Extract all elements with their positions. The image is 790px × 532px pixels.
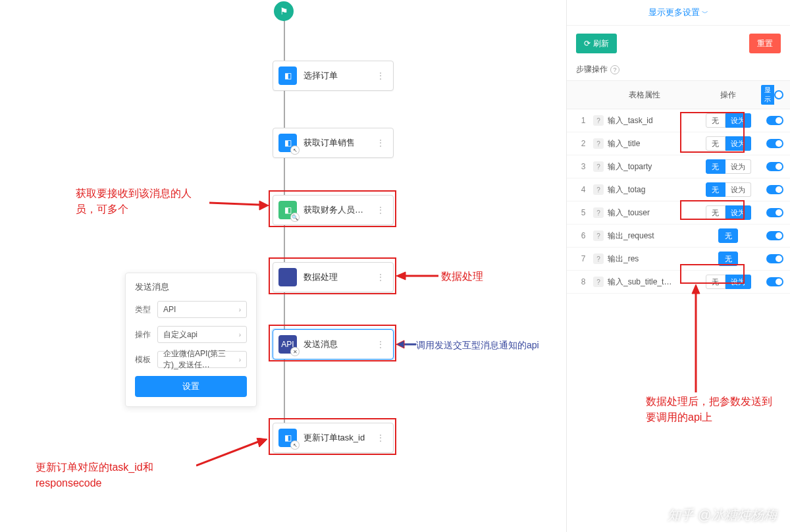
op-set[interactable]: 设为 xyxy=(725,159,751,174)
chevron-down-icon: ﹀ xyxy=(702,9,708,16)
op-none[interactable]: 无 xyxy=(706,275,725,289)
chevron-right-icon: › xyxy=(239,356,241,363)
row-toggle[interactable] xyxy=(766,116,783,125)
svg-marker-3 xyxy=(396,272,406,280)
op-none[interactable]: 无 xyxy=(706,113,725,128)
cube-icon: ◧↖ xyxy=(278,134,297,152)
chevron-right-icon: › xyxy=(239,331,241,338)
attr-name: 输出_res xyxy=(608,253,639,265)
attr-name: 输入_title xyxy=(608,138,640,149)
more-icon[interactable]: ⋮ xyxy=(373,138,388,148)
flow-node[interactable]: API✕发送消息⋮ xyxy=(273,329,394,359)
more-icon[interactable]: ⋮ xyxy=(373,339,388,350)
arrow-icon xyxy=(209,195,269,215)
op-set[interactable]: 设为 xyxy=(725,182,751,197)
col-op: 操作 xyxy=(695,90,761,101)
attr-name: 输入_toparty xyxy=(608,161,652,173)
reset-button[interactable]: 重置 xyxy=(749,34,781,53)
op-set[interactable]: 设为 xyxy=(725,136,751,151)
refresh-button[interactable]: ⟳ 刷新 xyxy=(576,34,617,53)
table-row: 5?输入_touser无设为 xyxy=(567,201,790,225)
attr-name: 输入_touser xyxy=(608,207,650,219)
flow-canvas[interactable]: ⚑ ◧选择订单⋮◧↖获取订单销售⋮◧🔍获取财务人员…⋮数据处理⋮API✕发送消息… xyxy=(0,0,566,532)
question-icon: ? xyxy=(593,277,604,287)
field-value[interactable]: 企业微信API(第三方)_发送任…› xyxy=(157,351,247,368)
row-toggle[interactable] xyxy=(766,277,783,286)
row-toggle[interactable] xyxy=(766,162,783,171)
display-all-toggle[interactable] xyxy=(774,90,783,99)
more-icon[interactable]: ⋮ xyxy=(373,272,388,282)
row-index: 3 xyxy=(573,162,593,171)
corner-badge-icon: 🔍 xyxy=(291,213,299,221)
attr-name: 输入_task_id xyxy=(608,115,653,126)
start-node[interactable]: ⚑ xyxy=(274,1,294,21)
row-toggle[interactable] xyxy=(766,208,783,217)
settings-sidebar: 显示更多设置 ﹀ ⟳ 刷新 重置 步骤操作 ? 表格属性 操作 显示 1?输入_… xyxy=(566,0,790,532)
row-toggle[interactable] xyxy=(766,254,783,263)
svg-line-6 xyxy=(196,442,258,466)
flow-node[interactable]: ◧↖更新订单task_id⋮ xyxy=(273,423,394,453)
field-label: 模板 xyxy=(135,354,157,365)
show-more-settings[interactable]: 显示更多设置 ﹀ xyxy=(567,0,790,26)
op-none[interactable]: 无 xyxy=(706,182,725,197)
attr-name: 输入_sub_title_t… xyxy=(608,277,672,288)
op-none[interactable]: 无 xyxy=(718,228,738,243)
flow-node[interactable]: ◧↖获取订单销售⋮ xyxy=(273,128,394,158)
field-value[interactable]: 自定义api› xyxy=(157,326,247,343)
table-row: 4?输入_totag无设为 xyxy=(567,178,790,201)
op-set[interactable]: 设为 xyxy=(725,205,751,220)
display-label: 显示 xyxy=(761,85,774,105)
question-icon: ? xyxy=(593,184,604,195)
op-set[interactable]: 设为 xyxy=(725,275,751,289)
annotation-text: 调用发送交互型消息通知的api xyxy=(416,338,539,352)
section-header: 步骤操作 ? xyxy=(567,61,790,80)
chevron-right-icon: › xyxy=(239,306,241,313)
more-icon[interactable]: ⋮ xyxy=(373,205,388,215)
op-none[interactable]: 无 xyxy=(706,159,725,174)
table-row: 2?输入_title无设为 xyxy=(567,132,790,155)
settings-button[interactable]: 设置 xyxy=(135,376,247,397)
attr-name: 输入_totag xyxy=(608,184,645,196)
op-none[interactable]: 无 xyxy=(706,136,725,151)
arrow-icon xyxy=(396,268,438,284)
field-label: 类型 xyxy=(135,304,157,315)
help-icon[interactable]: ? xyxy=(610,65,619,74)
more-icon[interactable]: ⋮ xyxy=(373,70,388,81)
api-icon: API✕ xyxy=(278,335,297,354)
op-set[interactable]: 设为 xyxy=(725,113,751,128)
op-none[interactable]: 无 xyxy=(706,205,725,220)
field-value[interactable]: API› xyxy=(157,301,247,318)
node-label: 数据处理 xyxy=(303,271,373,283)
op-none[interactable]: 无 xyxy=(718,252,738,266)
flow-node[interactable]: 数据处理⋮ xyxy=(273,262,394,292)
attr-name: 输出_request xyxy=(608,230,654,242)
attributes-table: 表格属性 操作 显示 1?输入_task_id无设为2?输入_title无设为3… xyxy=(567,80,790,294)
refresh-icon: ⟳ xyxy=(584,39,591,48)
arrow-icon xyxy=(396,336,416,352)
more-icon[interactable]: ⋮ xyxy=(373,433,388,443)
node-config-popup: 发送消息 类型API›操作自定义api›模板企业微信API(第三方)_发送任…›… xyxy=(125,273,257,407)
node-label: 发送消息 xyxy=(303,338,373,350)
node-label: 获取财务人员… xyxy=(303,204,373,216)
arrow-icon xyxy=(688,284,704,392)
arrow-icon xyxy=(196,438,269,468)
popup-title: 发送消息 xyxy=(135,281,247,293)
flow-node[interactable]: ◧🔍获取财务人员…⋮ xyxy=(273,195,394,225)
table-row: 8?输入_sub_title_t…无设为 xyxy=(567,271,790,294)
row-index: 7 xyxy=(573,254,593,263)
svg-marker-9 xyxy=(692,284,700,294)
svg-marker-1 xyxy=(259,201,269,210)
question-icon: ? xyxy=(593,138,604,149)
table-row: 1?输入_task_id无设为 xyxy=(567,109,790,132)
flow-node[interactable]: ◧选择订单⋮ xyxy=(273,61,394,91)
flag-icon: ⚑ xyxy=(280,6,288,16)
row-toggle[interactable] xyxy=(766,231,783,240)
field-label: 操作 xyxy=(135,329,157,340)
row-toggle[interactable] xyxy=(766,139,783,148)
code-icon xyxy=(278,268,297,286)
annotation-text: 更新订单对应的task_id和responsecode xyxy=(36,460,207,491)
question-icon: ? xyxy=(593,161,604,172)
row-toggle[interactable] xyxy=(766,185,783,194)
node-label: 选择订单 xyxy=(303,70,373,82)
cube-icon: ◧🔍 xyxy=(278,201,297,219)
